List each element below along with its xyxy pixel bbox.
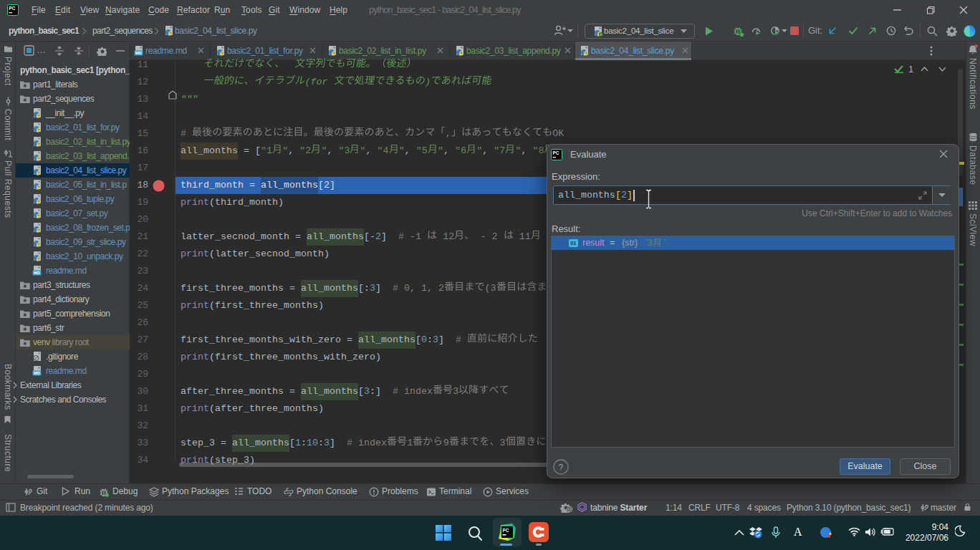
svg-text:PC: PC (552, 150, 559, 155)
svg-text:01: 01 (570, 240, 576, 246)
svg-text:?: ? (559, 463, 564, 473)
svg-text:PC: PC (503, 528, 509, 533)
